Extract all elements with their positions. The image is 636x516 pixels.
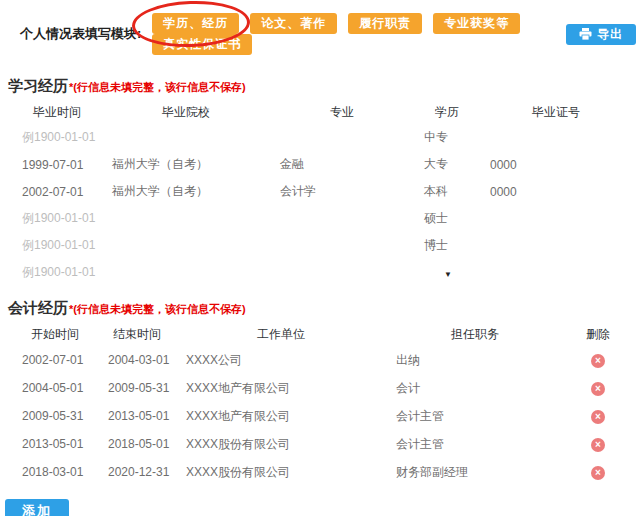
degree-field[interactable]: 大专 bbox=[414, 151, 480, 178]
delete-cell: × bbox=[564, 402, 632, 430]
end-time-field[interactable]: 2013-05-01 bbox=[98, 402, 176, 430]
position-field[interactable]: 会计主管 bbox=[386, 430, 564, 458]
col-delete: 删除 bbox=[564, 322, 632, 346]
school-field[interactable] bbox=[102, 259, 270, 286]
accounting-row: 2018-03-012020-12-31XXXX股份有限公司财务部副经理× bbox=[12, 458, 632, 486]
module-tab-3[interactable]: 专业获奖等 bbox=[433, 13, 520, 34]
graduation-time-field[interactable]: 例1900-01-01 bbox=[12, 259, 102, 286]
study-row: 1999-07-01福州大学（自考）金融大专0000 bbox=[12, 151, 632, 178]
school-field[interactable] bbox=[102, 124, 270, 151]
position-field[interactable]: 会计主管 bbox=[386, 402, 564, 430]
start-time-field[interactable]: 2002-07-01 bbox=[12, 346, 98, 374]
graduation-time-field[interactable]: 2002-07-01 bbox=[12, 178, 102, 205]
printer-icon bbox=[579, 28, 592, 40]
start-time-field[interactable]: 2009-05-31 bbox=[12, 402, 98, 430]
school-field[interactable]: 福州大学（自考） bbox=[102, 178, 270, 205]
end-time-field[interactable]: 2009-05-31 bbox=[98, 374, 176, 402]
delete-row-icon[interactable]: × bbox=[591, 382, 605, 396]
degree-field[interactable]: 硕士 bbox=[414, 205, 480, 232]
start-time-field[interactable]: 2013-05-01 bbox=[12, 430, 98, 458]
col-major: 专业 bbox=[270, 100, 414, 124]
study-row: 例1900-01-01硕士 bbox=[12, 205, 632, 232]
study-row: 2002-07-01福州大学（自考）会计学本科0000 bbox=[12, 178, 632, 205]
module-tab-0-highlighted[interactable]: 学历、经历 bbox=[152, 13, 239, 34]
start-time-field[interactable]: 2018-03-01 bbox=[12, 458, 98, 486]
degree-field[interactable]: 中专 bbox=[414, 124, 480, 151]
col-school: 毕业院校 bbox=[102, 100, 270, 124]
degree-dropdown-caret-icon[interactable]: ▼ bbox=[424, 270, 452, 279]
accounting-incomplete-note: *(行信息未填完整，该行信息不保存) bbox=[69, 303, 246, 315]
employer-field[interactable]: XXXX股份有限公司 bbox=[176, 458, 386, 486]
employer-field[interactable]: XXXX股份有限公司 bbox=[176, 430, 386, 458]
major-field[interactable] bbox=[270, 205, 414, 232]
delete-row-icon[interactable]: × bbox=[591, 438, 605, 452]
degree-field[interactable]: ▼ bbox=[414, 259, 480, 286]
accounting-section-title: 会计经历*(行信息未填完整，该行信息不保存) bbox=[8, 299, 636, 318]
export-button-label: 导出 bbox=[597, 28, 623, 41]
position-field[interactable]: 出纳 bbox=[386, 346, 564, 374]
major-field[interactable] bbox=[270, 232, 414, 259]
certificate-no-field[interactable] bbox=[480, 232, 632, 259]
module-tab-2[interactable]: 履行职责 bbox=[348, 13, 422, 34]
study-section-title: 学习经历*(行信息未填完整，该行信息不保存) bbox=[8, 77, 636, 96]
graduation-time-field[interactable]: 1999-07-01 bbox=[12, 151, 102, 178]
accounting-row: 2013-05-012018-05-01XXXX股份有限公司会计主管× bbox=[12, 430, 632, 458]
accounting-row: 2004-05-012009-05-31XXXX地产有限公司会计× bbox=[12, 374, 632, 402]
graduation-time-field[interactable]: 例1900-01-01 bbox=[12, 232, 102, 259]
study-table-header-row: 毕业时间 毕业院校 专业 学历 毕业证号 bbox=[12, 100, 632, 124]
major-field[interactable] bbox=[270, 259, 414, 286]
personal-info-form-page: 个人情况表填写模块: 学历、经历论文、著作履行职责专业获奖等真实性保证书 导出 … bbox=[0, 0, 636, 516]
certificate-no-field[interactable]: 0000 bbox=[480, 178, 632, 205]
study-table: 毕业时间 毕业院校 专业 学历 毕业证号 例1900-01-01中专1999-0… bbox=[12, 100, 632, 286]
school-field[interactable] bbox=[102, 205, 270, 232]
module-tab-4[interactable]: 真实性保证书 bbox=[152, 34, 252, 55]
major-field[interactable]: 会计学 bbox=[270, 178, 414, 205]
school-field[interactable] bbox=[102, 232, 270, 259]
accounting-row: 2002-07-012004-03-01XXXX公司出纳× bbox=[12, 346, 632, 374]
delete-cell: × bbox=[564, 430, 632, 458]
degree-field[interactable]: 博士 bbox=[414, 232, 480, 259]
end-time-field[interactable]: 2018-05-01 bbox=[98, 430, 176, 458]
add-row: 添加 bbox=[5, 499, 636, 516]
graduation-time-field[interactable]: 例1900-01-01 bbox=[12, 205, 102, 232]
degree-field[interactable]: 本科 bbox=[414, 178, 480, 205]
add-button[interactable]: 添加 bbox=[5, 499, 69, 516]
graduation-time-field[interactable]: 例1900-01-01 bbox=[12, 124, 102, 151]
delete-row-icon[interactable]: × bbox=[591, 354, 605, 368]
position-field[interactable]: 会计 bbox=[386, 374, 564, 402]
certificate-no-field[interactable] bbox=[480, 124, 632, 151]
module-buttons: 学历、经历论文、著作履行职责专业获奖等真实性保证书 bbox=[141, 13, 550, 55]
delete-cell: × bbox=[564, 374, 632, 402]
position-field[interactable]: 财务部副经理 bbox=[386, 458, 564, 486]
school-field[interactable]: 福州大学（自考） bbox=[102, 151, 270, 178]
col-certificate-no: 毕业证号 bbox=[480, 100, 632, 124]
study-row: 例1900-01-01中专 bbox=[12, 124, 632, 151]
study-table-body: 例1900-01-01中专1999-07-01福州大学（自考）金融大专00002… bbox=[12, 124, 632, 286]
col-position: 担任职务 bbox=[386, 322, 564, 346]
employer-field[interactable]: XXXX地产有限公司 bbox=[176, 374, 386, 402]
study-incomplete-note: *(行信息未填完整，该行信息不保存) bbox=[69, 81, 246, 93]
certificate-no-field[interactable]: 0000 bbox=[480, 151, 632, 178]
certificate-no-field[interactable] bbox=[480, 259, 632, 286]
end-time-field[interactable]: 2020-12-31 bbox=[98, 458, 176, 486]
delete-row-icon[interactable]: × bbox=[591, 466, 605, 480]
delete-row-icon[interactable]: × bbox=[591, 410, 605, 424]
certificate-no-field[interactable] bbox=[480, 205, 632, 232]
accounting-table-body: 2002-07-012004-03-01XXXX公司出纳×2004-05-012… bbox=[12, 346, 632, 486]
accounting-table-header-row: 开始时间 结束时间 工作单位 担任职务 删除 bbox=[12, 322, 632, 346]
study-title: 学习经历 bbox=[8, 77, 68, 94]
employer-field[interactable]: XXXX公司 bbox=[176, 346, 386, 374]
col-employer: 工作单位 bbox=[176, 322, 386, 346]
employer-field[interactable]: XXXX地产有限公司 bbox=[176, 402, 386, 430]
major-field[interactable] bbox=[270, 124, 414, 151]
accounting-row: 2009-05-312013-05-01XXXX地产有限公司会计主管× bbox=[12, 402, 632, 430]
col-end-time: 结束时间 bbox=[98, 322, 176, 346]
major-field[interactable]: 金融 bbox=[270, 151, 414, 178]
export-button[interactable]: 导出 bbox=[566, 24, 636, 45]
delete-cell: × bbox=[564, 346, 632, 374]
start-time-field[interactable]: 2004-05-01 bbox=[12, 374, 98, 402]
end-time-field[interactable]: 2004-03-01 bbox=[98, 346, 176, 374]
module-tab-1[interactable]: 论文、著作 bbox=[250, 13, 337, 34]
study-row: 例1900-01-01▼ bbox=[12, 259, 632, 286]
col-start-time: 开始时间 bbox=[12, 322, 98, 346]
